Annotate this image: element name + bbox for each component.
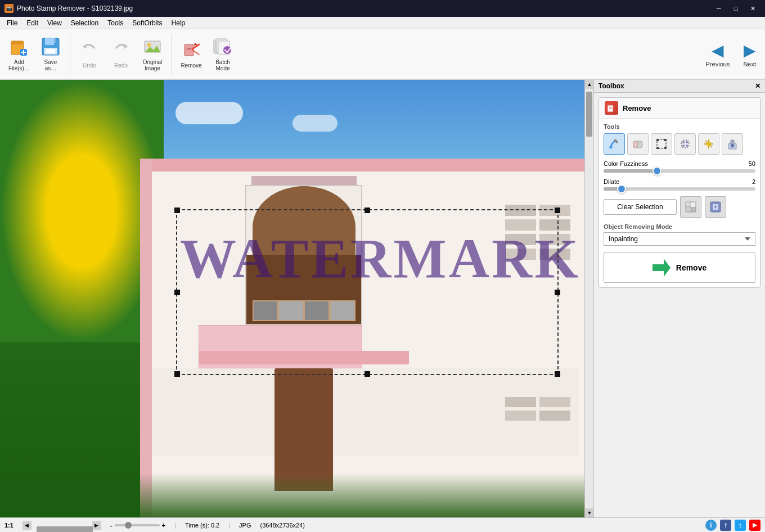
- scroll-track-v[interactable]: [585, 89, 593, 508]
- previous-arrow-icon: ◀: [712, 41, 724, 60]
- color-fuzziness-thumb[interactable]: [652, 166, 662, 175]
- tool-buttons-row: [604, 133, 755, 155]
- scroll-left-arrow[interactable]: ◀: [22, 521, 32, 530]
- undo-label: Undo: [83, 62, 96, 69]
- eraser-tool-button[interactable]: [627, 133, 649, 155]
- scroll-right-arrow[interactable]: ▶: [92, 521, 101, 530]
- svg-rect-47: [731, 140, 734, 145]
- remove-section-inner: Tools: [599, 119, 760, 287]
- facebook-icon[interactable]: f: [720, 520, 731, 531]
- info-icon[interactable]: i: [705, 520, 717, 531]
- nav-buttons: ◀ Previous ▶ Next: [701, 39, 760, 70]
- toolbox-close-icon[interactable]: ✕: [755, 82, 760, 90]
- vertical-scrollbar[interactable]: ▲ ▼: [584, 80, 593, 517]
- redo-label: Redo: [114, 62, 128, 69]
- undo-button[interactable]: Undo: [75, 31, 104, 76]
- menu-help[interactable]: Help: [167, 18, 190, 28]
- main-area: WATERMARK ▲ ▼ Toolbox ✕: [0, 80, 765, 517]
- action-row: Clear Selection: [604, 196, 755, 218]
- canvas-area[interactable]: WATERMARK: [0, 80, 584, 517]
- svg-point-37: [682, 141, 685, 143]
- previous-button[interactable]: ◀ Previous: [701, 39, 735, 70]
- close-button[interactable]: ✕: [745, 2, 760, 15]
- object-removing-mode-label: Object Removing Mode: [604, 223, 755, 230]
- menu-selection[interactable]: Selection: [66, 18, 103, 28]
- svg-rect-52: [690, 202, 696, 208]
- youtube-icon[interactable]: ▶: [749, 520, 760, 531]
- minimize-button[interactable]: ─: [711, 2, 727, 15]
- next-button[interactable]: ▶ Next: [739, 39, 760, 70]
- undo-icon: [79, 40, 100, 60]
- zoom-controls: ◀ ▶: [22, 521, 101, 530]
- dimensions-label: (3648x2736x24): [260, 522, 305, 529]
- original-image-button[interactable]: Original Image: [138, 31, 167, 76]
- cloud2: [292, 115, 338, 132]
- window-controls: ─ □ ✕: [711, 2, 760, 15]
- menu-tools[interactable]: Tools: [103, 18, 128, 28]
- scroll-thumb-v[interactable]: [586, 92, 592, 137]
- zoom-minus-icon[interactable]: -: [110, 522, 112, 529]
- maximize-button[interactable]: □: [728, 2, 744, 15]
- icon-button-1[interactable]: [680, 196, 701, 218]
- dilate-thumb[interactable]: [617, 184, 626, 193]
- rect-select-tool-button[interactable]: [651, 133, 672, 155]
- brush-tool-button[interactable]: [604, 133, 625, 155]
- wand-tool-button[interactable]: [698, 133, 719, 155]
- svg-rect-35: [656, 147, 659, 149]
- stamp-tool-button[interactable]: [722, 133, 743, 155]
- svg-rect-33: [656, 139, 659, 141]
- redo-button[interactable]: Redo: [106, 31, 136, 76]
- dilate-slider[interactable]: [604, 187, 755, 191]
- lower-door: [274, 368, 333, 491]
- app-icon: 📷: [4, 4, 14, 13]
- image-background: [0, 80, 584, 517]
- previous-label: Previous: [706, 61, 730, 67]
- remove-toolbar-button[interactable]: Remove: [177, 31, 206, 76]
- clear-selection-button[interactable]: Clear Selection: [604, 199, 677, 215]
- svg-point-27: [609, 146, 613, 148]
- batch-mode-button[interactable]: Batch Mode: [208, 31, 237, 76]
- social-icons: i f t ▶: [705, 520, 760, 531]
- scroll-thumb-h[interactable]: [37, 526, 93, 533]
- lower-pink-trim: [199, 351, 409, 364]
- color-fuzziness-label: Color Fuzziness: [604, 160, 648, 167]
- toolbox-title: Toolbox: [598, 82, 624, 90]
- remove-action-label: Remove: [676, 263, 706, 272]
- save-as-icon: [40, 37, 61, 57]
- zoom-plus-icon[interactable]: +: [162, 522, 165, 529]
- svg-point-39: [682, 145, 685, 147]
- add-files-button[interactable]: Add File(s)…: [4, 31, 34, 76]
- scroll-down-arrow[interactable]: ▼: [585, 508, 594, 517]
- color-fuzziness-slider[interactable]: [604, 169, 755, 173]
- dilate-label: Dilate: [604, 178, 619, 185]
- menu-file[interactable]: File: [2, 18, 22, 28]
- zoom-thumb[interactable]: [125, 522, 132, 529]
- original-image-label: Original Image: [143, 59, 162, 71]
- color-fuzziness-row: Color Fuzziness 50: [604, 160, 755, 173]
- icon-button-2[interactable]: [705, 196, 726, 218]
- svg-point-38: [686, 141, 688, 143]
- menu-edit[interactable]: Edit: [22, 18, 43, 28]
- color-fuzziness-label-row: Color Fuzziness 50: [604, 160, 755, 167]
- zoom-slider-row: - +: [110, 522, 165, 529]
- svg-rect-6: [45, 38, 54, 45]
- object-removing-mode-select[interactable]: Inpainting Content Aware Fill Color Aver…: [604, 232, 755, 246]
- add-files-label: Add File(s)…: [8, 59, 30, 71]
- svg-rect-9: [46, 49, 55, 53]
- menu-view[interactable]: View: [43, 18, 66, 28]
- svg-point-13: [147, 43, 151, 47]
- remove-section-header: Remove: [599, 98, 760, 119]
- smart-select-tool-button[interactable]: [674, 133, 696, 155]
- next-label: Next: [743, 61, 756, 67]
- zoom-slider[interactable]: [115, 524, 160, 526]
- remove-action-button[interactable]: Remove: [604, 253, 755, 283]
- flowers: [0, 80, 164, 342]
- cloud1: [176, 102, 243, 124]
- window-title: Photo Stamp Remover - S1032139.jpg: [17, 4, 133, 12]
- title-bar: 📷 Photo Stamp Remover - S1032139.jpg ─ □…: [0, 0, 765, 17]
- menu-softorbits[interactable]: SoftOrbits: [128, 18, 166, 28]
- save-as-button[interactable]: Save as…: [36, 31, 65, 76]
- scroll-up-arrow[interactable]: ▲: [585, 80, 594, 89]
- twitter-icon[interactable]: t: [735, 520, 746, 531]
- add-files-icon: [9, 37, 29, 57]
